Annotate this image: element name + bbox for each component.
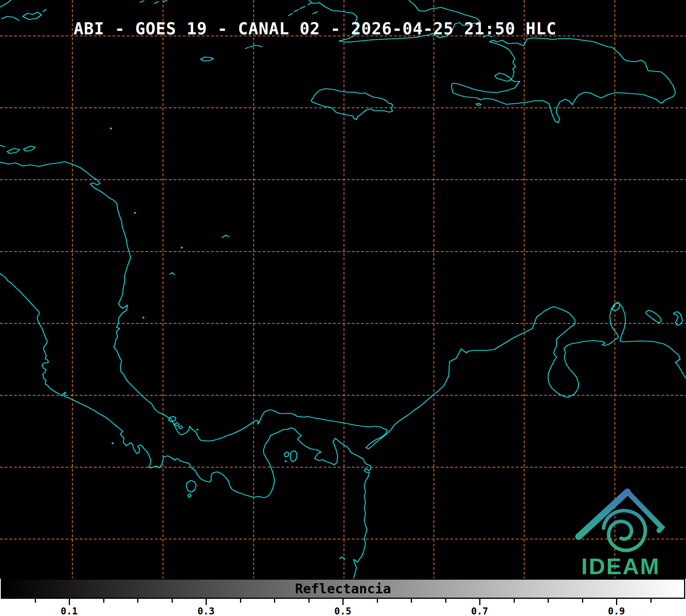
colorbar-tick (514, 599, 515, 603)
colorbar-tick (69, 599, 70, 605)
coastline-little-cayman (245, 47, 249, 48)
colorbar-tick (616, 599, 617, 605)
coastline-cay-b (140, 1, 144, 2)
logo-spiral-icon (604, 511, 645, 550)
colorbar-tick (103, 599, 104, 603)
coastline-pearl-island-small (284, 452, 289, 457)
ideam-logo: IDEAM (579, 492, 662, 579)
coastline-isla-juventud (23, 12, 41, 20)
coastline-cay-a (43, 9, 46, 12)
colorbar-tick (445, 599, 446, 603)
coastline-left-island-2 (23, 146, 35, 151)
coastline-jamaica (311, 89, 392, 120)
colorbar-tick-label: 0.7 (471, 606, 488, 616)
coastline-jardines-cay-4 (308, 2, 312, 5)
coastline-cayman-brac (250, 45, 262, 47)
coastline-aruba (612, 302, 620, 311)
coastline-left-edge-line (0, 145, 5, 147)
colorbar-tick (377, 599, 378, 603)
coastline-bocas-islet-3 (179, 426, 183, 429)
colorbar: Reflectancia 0.10.30.50.70.9 (0, 579, 686, 616)
colorbar-tick-label: 0.9 (608, 606, 625, 616)
satellite-image-viewer: IDEAM ABI - GOES 19 - CANAL 02 - 2026-04… (0, 0, 686, 616)
coastlines (0, 0, 686, 579)
colorbar-tick (411, 599, 412, 603)
small-island-dot (134, 212, 136, 214)
colorbar-label: Reflectancia (295, 581, 391, 596)
image-title: ABI - GOES 19 - CANAL 02 - 2026-04-25 21… (73, 19, 556, 38)
colorbar-tick (35, 599, 36, 603)
coastline-grand-cayman (201, 57, 213, 61)
coastline-coiba-small (188, 494, 191, 498)
colorbar-tick (479, 599, 480, 605)
colorbar-tick (206, 599, 207, 605)
coastline-left-island-1 (7, 148, 20, 154)
lat-lon-gridlines (0, 0, 686, 579)
coastline-caribbean-coast (0, 162, 686, 449)
coastline-gonave-island (495, 73, 511, 81)
coastline-cay-roncador (170, 273, 174, 275)
coastline-coiba-island (186, 480, 196, 492)
coastline-cay-serrana (222, 235, 229, 237)
coastline-pacific-coast (0, 273, 371, 579)
colorbar-tick-label: 0.3 (197, 606, 214, 616)
colorbar-gradient: Reflectancia (1, 579, 685, 599)
small-island-dot (181, 247, 183, 249)
coastline-jardines-cay-5 (313, 12, 317, 14)
small-island-dot (197, 429, 199, 431)
coastline-pearl-island-rey (290, 451, 297, 462)
colorbar-tick (342, 599, 344, 605)
satellite-map: IDEAM (0, 0, 686, 579)
small-island-dot (285, 461, 287, 462)
coastline-gorgona-island (339, 557, 345, 559)
coastline-jardines-cay-1 (288, 13, 292, 16)
colorbar-tick (240, 599, 241, 603)
colorbar-tick (548, 599, 549, 603)
coastline-jardines-cay-3 (300, 6, 305, 9)
coastline-curacao (646, 310, 661, 323)
coastline-cay-c (154, 2, 158, 4)
coastline-cuba-west-arc (2, 16, 19, 20)
small-island-dot (112, 443, 114, 445)
small-island-dot (143, 317, 145, 319)
logo-mountain-left-icon (579, 492, 627, 537)
coastline-bocas-islet-2 (174, 423, 179, 426)
colorbar-tick-label: 0.1 (61, 606, 77, 616)
logo-text: IDEAM (581, 554, 660, 579)
colorbar-tick (582, 599, 583, 603)
colorbar-tick-label: 0.5 (334, 606, 351, 616)
colorbar-tick (650, 599, 652, 603)
colorbar-tick (172, 599, 173, 603)
colorbar-tick (137, 599, 138, 603)
coastline-cay-d (163, 0, 167, 2)
coastline-hispaniola (451, 38, 675, 123)
coastline-jardines-cay-2 (294, 9, 299, 12)
small-island-dot (110, 128, 112, 130)
coastline-vache-islet (476, 103, 481, 105)
colorbar-tick (308, 599, 310, 603)
colorbar-tick (274, 599, 275, 603)
coastline-cuba-west-corner (0, 0, 11, 7)
